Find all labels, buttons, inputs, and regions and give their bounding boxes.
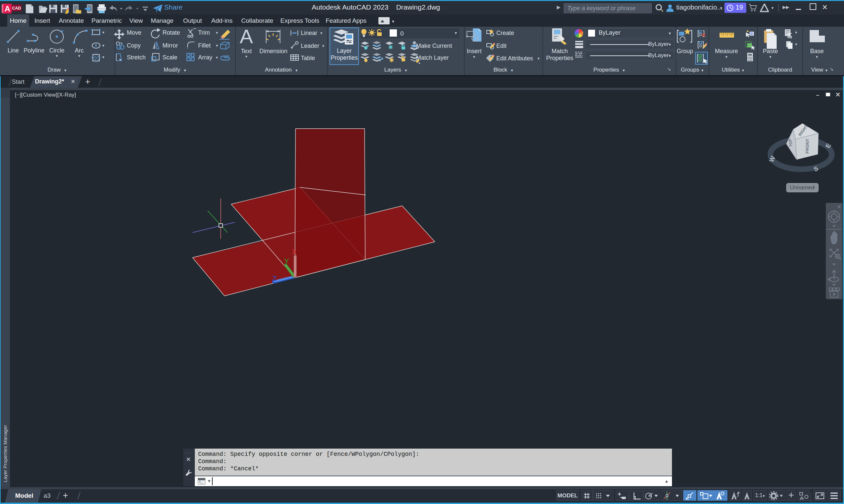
svg-text:FRONT: FRONT — [805, 139, 810, 154]
svg-text:X: X — [292, 248, 297, 256]
svg-text:Z: Z — [272, 274, 276, 283]
svg-text:0: 0 — [400, 30, 404, 37]
svg-text:A: A — [5, 4, 10, 13]
svg-text:CAD: CAD — [12, 6, 21, 11]
svg-text:Y: Y — [284, 257, 289, 265]
svg-text:A: A — [240, 27, 253, 48]
svg-text:TOP: TOP — [788, 139, 793, 147]
